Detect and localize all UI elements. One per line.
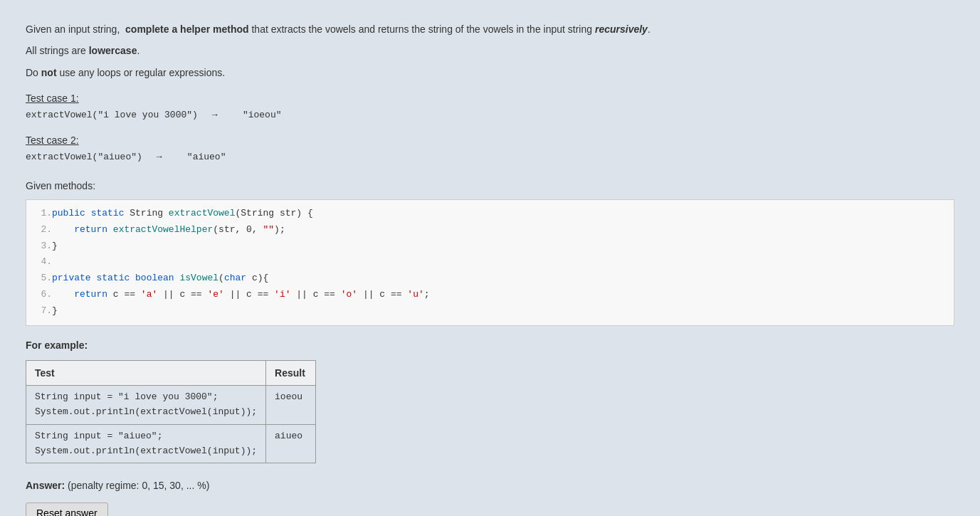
line-num-3: 3. bbox=[26, 238, 52, 255]
code-content-4 bbox=[52, 254, 954, 270]
table-cell-test-2: String input = "aiueo"; System.out.print… bbox=[26, 424, 266, 463]
answer-label: Answer: bbox=[26, 480, 65, 491]
bold-not: not bbox=[41, 67, 57, 78]
code-content-7: } bbox=[52, 303, 954, 320]
reset-answer-button[interactable]: Reset answer bbox=[26, 502, 108, 516]
line-num-6: 6. bbox=[26, 287, 52, 303]
given-methods-label: Given methods: bbox=[26, 178, 954, 194]
test-case-1-arrow: → bbox=[212, 110, 218, 120]
intro-paragraph-2: All strings are lowercase. bbox=[26, 43, 954, 58]
code-line-4: 4. bbox=[26, 254, 954, 270]
code-content-3: } bbox=[52, 238, 954, 255]
test-case-2-code-text: extractVowel("aiueo") bbox=[26, 152, 142, 162]
code-line-6: 6. return c == 'a' || c == 'e' || c == '… bbox=[26, 287, 954, 303]
line-num-4: 4. bbox=[26, 254, 52, 270]
test-case-1-code-text: extractVowel("i love you 3000") bbox=[26, 110, 198, 120]
test-case-1-label: Test case 1: bbox=[26, 90, 954, 106]
test-case-1-result: "ioeou" bbox=[231, 110, 281, 120]
italic-text-recursively: recursively bbox=[595, 23, 648, 35]
line-num-1: 1. bbox=[26, 206, 52, 222]
table-test-2-line1: String input = "aiueo"; bbox=[35, 431, 162, 441]
code-content-6: return c == 'a' || c == 'e' || c == 'i' … bbox=[52, 287, 954, 303]
test-case-2-code: extractVowel("aiueo") → "aiueo" bbox=[26, 150, 954, 165]
intro-paragraph-1: Given an input string, complete a helper… bbox=[26, 21, 954, 37]
code-line-5: 5. private static boolean isVowel(char c… bbox=[26, 270, 954, 287]
table-cell-test-1: String input = "i love you 3000"; System… bbox=[26, 386, 266, 425]
table-cell-result-1: ioeou bbox=[266, 386, 316, 425]
table-header-test: Test bbox=[26, 360, 266, 385]
line-num-5: 5. bbox=[26, 270, 52, 287]
test-case-2-arrow: → bbox=[157, 152, 162, 162]
code-block: 1. public static String extractVowel(Str… bbox=[26, 199, 954, 326]
test-case-2-label: Test case 2: bbox=[26, 132, 954, 148]
table-header-row: Test Result bbox=[26, 360, 316, 385]
table-test-1-line2: System.out.println(extractVowel(input)); bbox=[35, 406, 257, 417]
code-content-5: private static boolean isVowel(char c){ bbox=[52, 270, 954, 287]
content-area: Given an input string, complete a helper… bbox=[14, 14, 966, 516]
table-row: String input = "aiueo"; System.out.print… bbox=[26, 424, 316, 463]
table-header-result: Result bbox=[266, 360, 316, 385]
code-line-2: 2. return extractVowelHelper(str, 0, "")… bbox=[26, 222, 954, 238]
bold-text-complete: complete a helper method bbox=[125, 23, 248, 35]
line-num-7: 7. bbox=[26, 303, 52, 320]
test-case-1-code: extractVowel("i love you 3000") → "ioeou… bbox=[26, 108, 954, 123]
table-test-2-line2: System.out.println(extractVowel(input)); bbox=[35, 446, 257, 456]
code-line-7: 7. } bbox=[26, 303, 954, 320]
table-cell-result-2: aiueo bbox=[266, 424, 316, 463]
bold-lowercase: lowercase bbox=[89, 45, 137, 56]
code-table: 1. public static String extractVowel(Str… bbox=[26, 206, 954, 320]
for-example-label: For example: bbox=[26, 337, 954, 353]
example-table: Test Result String input = "i love you 3… bbox=[26, 360, 316, 464]
intro-paragraph-3: Do not use any loops or regular expressi… bbox=[26, 65, 954, 80]
code-line-1: 1. public static String extractVowel(Str… bbox=[26, 206, 954, 222]
table-test-1-line1: String input = "i love you 3000"; bbox=[35, 391, 218, 402]
code-content-2: return extractVowelHelper(str, 0, ""); bbox=[52, 222, 954, 238]
code-line-3: 3. } bbox=[26, 238, 954, 255]
answer-suffix: (penalty regime: 0, 15, 30, ... %) bbox=[65, 480, 209, 491]
answer-section: Answer: (penalty regime: 0, 15, 30, ... … bbox=[26, 478, 954, 493]
code-content-1: public static String extractVowel(String… bbox=[52, 206, 954, 222]
table-row: String input = "i love you 3000"; System… bbox=[26, 386, 316, 425]
test-case-2-result: "aiueo" bbox=[176, 152, 226, 162]
line-num-2: 2. bbox=[26, 222, 52, 238]
